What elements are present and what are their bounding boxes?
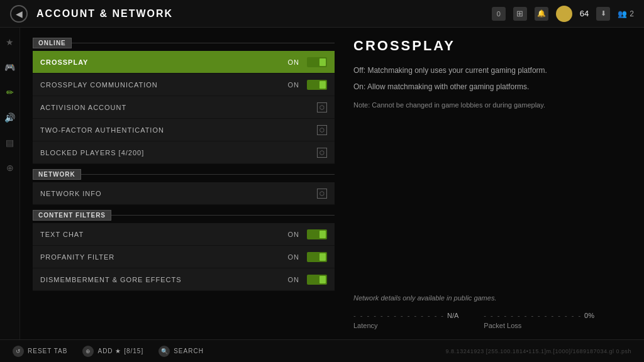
player-count: 👥 2: [618, 9, 634, 18]
section-label-network: NETWORK: [33, 169, 81, 180]
setting-row-activision[interactable]: ACTIVISION ACCOUNT ⬡: [33, 96, 335, 119]
blocked-label: BLOCKED PLAYERS [4/200]: [40, 149, 317, 156]
gore-toggle[interactable]: [307, 275, 327, 285]
content-area: ONLINE CROSSPLAY ON CROSSPLAY COMMUNICAT…: [20, 28, 644, 339]
packet-loss-value: 0%: [584, 312, 594, 319]
setting-row-blocked[interactable]: BLOCKED PLAYERS [4/200] ⬡: [33, 141, 335, 164]
download-icon: ⬇: [601, 9, 606, 18]
latency-label: Latency: [353, 322, 458, 329]
profanity-label: PROFANITY FILTER: [40, 253, 288, 261]
section-label-online: ONLINE: [33, 38, 72, 48]
crossplay-comm-toggle[interactable]: [307, 80, 327, 90]
crossplay-toggle[interactable]: [307, 57, 327, 67]
section-header-network: NETWORK: [33, 169, 335, 180]
toggle-knob: [319, 81, 326, 89]
page-title: ACCOUNT & NETWORK: [36, 8, 173, 19]
setting-row-text-chat[interactable]: TEXT CHAT ON: [33, 223, 335, 246]
external-link-icon: ⬡: [317, 125, 327, 135]
bell-button[interactable]: 🔔: [535, 7, 548, 21]
section-line: [111, 215, 335, 216]
network-notice: Network details only available in public…: [353, 294, 613, 302]
external-link-icon: ⬡: [317, 148, 327, 158]
setting-row-two-factor[interactable]: TWO-FACTOR AUTHENTICATION ⬡: [33, 119, 335, 141]
info-panel-title: CROSSPLAY: [353, 38, 613, 54]
sidebar-icon-network[interactable]: ⊕: [3, 161, 17, 175]
info-line-3: Note: Cannot be changed in game lobbies …: [353, 101, 613, 109]
top-bar: ◀ ACCOUNT & NETWORK 0 ⊞ 🔔 64 ⬇ 👥 2: [0, 0, 644, 28]
packet-dashes: - - - - - - - - - - - - - - -: [484, 312, 582, 319]
grid-icon: ⊞: [516, 9, 523, 18]
profanity-toggle[interactable]: [307, 252, 327, 262]
latency-value: N/A: [447, 312, 458, 319]
setting-row-profanity[interactable]: PROFANITY FILTER ON: [33, 246, 335, 268]
reset-label: RESET TAB: [28, 348, 67, 354]
packet-loss-label: Packet Loss: [484, 322, 594, 329]
section-line: [81, 174, 335, 175]
bottom-bar: ↺ RESET TAB ⊕ ADD ★ [8/15] 🔍 SEARCH 9.8.…: [0, 339, 644, 362]
crossplay-value: ON: [288, 58, 300, 66]
toggle-knob: [319, 276, 326, 283]
sidebar-icon-sound[interactable]: 🔊: [3, 111, 17, 124]
sidebar-icon-list[interactable]: ▤: [3, 136, 17, 150]
reset-icon: ↺: [13, 346, 24, 357]
gore-value: ON: [288, 276, 300, 283]
reset-tab-button[interactable]: ↺ RESET TAB: [13, 346, 67, 357]
network-stats: - - - - - - - - - - - - - - N/A Latency …: [353, 312, 613, 329]
coin-count: 64: [580, 9, 589, 18]
back-button[interactable]: ◀: [10, 5, 28, 23]
text-chat-label: TEXT CHAT: [40, 231, 288, 238]
block-icon-button[interactable]: 0: [492, 7, 506, 21]
version-text: 9.8.13241923 [255.100.1814•115.1]m.[1000…: [446, 348, 631, 354]
main-layout: ★ 🎮 ✏ 🔊 ▤ ⊕ ONLINE CROSSPLAY ON CROSSPLA…: [0, 28, 644, 339]
latency-stat: - - - - - - - - - - - - - - N/A Latency: [353, 312, 458, 329]
top-right-icons: 0 ⊞ 🔔 64 ⬇ 👥 2: [492, 6, 634, 22]
add-favorite-button[interactable]: ⊕ ADD ★ [8/15]: [82, 346, 143, 357]
setting-row-network-info[interactable]: NETWORK INFO ⬡: [33, 182, 335, 205]
network-section: Network details only available in public…: [353, 282, 613, 329]
section-label-content-filters: CONTENT FILTERS: [33, 210, 111, 221]
section-header-online: ONLINE: [33, 38, 335, 48]
crossplay-label: CROSSPLAY: [40, 58, 288, 66]
text-chat-toggle[interactable]: [307, 229, 327, 239]
packet-loss-stat: - - - - - - - - - - - - - - - 0% Packet …: [484, 312, 594, 329]
toggle-knob: [319, 231, 326, 238]
network-info-label: NETWORK INFO: [40, 190, 317, 197]
text-chat-value: ON: [288, 231, 300, 238]
bell-icon: 🔔: [537, 9, 546, 18]
add-label: ADD ★ [8/15]: [97, 348, 143, 354]
setting-row-crossplay[interactable]: CROSSPLAY ON: [33, 51, 335, 74]
setting-row-crossplay-comm[interactable]: CROSSPLAY COMMUNICATION ON: [33, 74, 335, 96]
sidebar-icon-edit[interactable]: ✏: [3, 85, 17, 99]
search-label: SEARCH: [174, 348, 204, 354]
toggle-knob: [319, 58, 326, 66]
left-sidebar: ★ 🎮 ✏ 🔊 ▤ ⊕: [0, 28, 20, 339]
info-panel: CROSSPLAY Off: Matchmaking only uses you…: [335, 38, 631, 329]
profanity-value: ON: [288, 253, 300, 261]
search-icon: 🔍: [158, 346, 170, 357]
setting-row-gore[interactable]: DISMEMBERMENT & GORE EFFECTS ON: [33, 268, 335, 291]
latency-dashes: - - - - - - - - - - - - - -: [353, 312, 445, 319]
section-header-content-filters: CONTENT FILTERS: [33, 210, 335, 221]
external-link-icon: ⬡: [317, 102, 327, 112]
gore-label: DISMEMBERMENT & GORE EFFECTS: [40, 276, 288, 283]
back-icon: ◀: [16, 9, 23, 19]
activision-label: ACTIVISION ACCOUNT: [40, 104, 317, 111]
player-icon: 👥: [618, 9, 627, 18]
crossplay-comm-label: CROSSPLAY COMMUNICATION: [40, 81, 288, 89]
info-line-1: Off: Matchmaking only uses your current …: [353, 64, 613, 77]
grid-button[interactable]: ⊞: [513, 7, 527, 21]
external-link-icon: ⬡: [317, 189, 327, 199]
search-button[interactable]: 🔍 SEARCH: [158, 346, 204, 357]
sidebar-icon-controller[interactable]: 🎮: [3, 60, 17, 74]
crossplay-comm-value: ON: [288, 81, 300, 89]
sidebar-icon-star[interactable]: ★: [3, 35, 17, 49]
section-line: [72, 43, 335, 43]
download-button[interactable]: ⬇: [596, 7, 610, 21]
toggle-knob: [319, 253, 326, 261]
settings-panel: ONLINE CROSSPLAY ON CROSSPLAY COMMUNICAT…: [33, 38, 335, 329]
add-icon: ⊕: [82, 346, 94, 357]
coin-avatar: [556, 6, 572, 22]
info-line-2: On: Allow matchmaking with other gaming …: [353, 80, 613, 93]
two-factor-label: TWO-FACTOR AUTHENTICATION: [40, 126, 317, 134]
